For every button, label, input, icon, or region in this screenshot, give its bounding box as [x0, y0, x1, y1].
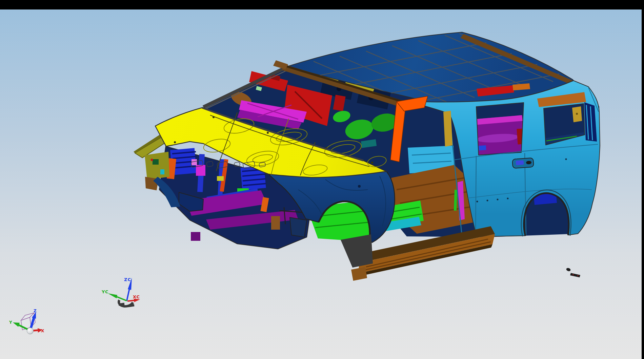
top-chrome-bar — [0, 0, 644, 9]
view-y-label: Y — [9, 320, 12, 325]
view-triad-origin-sphere[interactable] — [27, 328, 34, 334]
wcs-x-label: XC — [133, 294, 140, 299]
door-handle[interactable] — [512, 158, 534, 168]
right-chrome-bar — [642, 0, 644, 359]
view-z-label: Z — [34, 309, 37, 313]
wcs-z-label: ZC — [124, 277, 131, 282]
wcs-y-label: YC — [101, 289, 109, 294]
cad-application-window: ZC YC XC Z Y — [0, 0, 644, 359]
view-x-label: X — [41, 329, 44, 333]
graphics-viewport[interactable]: ZC YC XC Z Y — [0, 0, 644, 359]
